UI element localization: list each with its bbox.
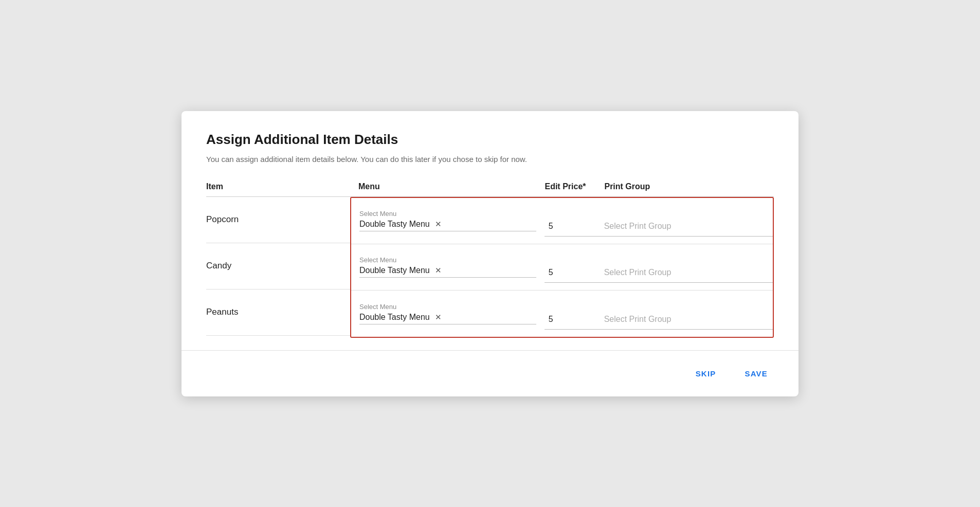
print-group-placeholder-row-1: Select Print Group	[604, 222, 672, 230]
menu-value-text-row-2: Double Tasty Menu	[359, 266, 430, 275]
item-name-peanuts: Peanuts	[206, 307, 238, 317]
assign-details-dialog: Assign Additional Item Details You can a…	[182, 111, 798, 396]
menu-cell-row-3[interactable]: Select Menu Double Tasty Menu ✕	[351, 298, 545, 330]
dialog-footer: SKIP SAVE	[182, 350, 798, 396]
edit-price-value-row-1: 5	[549, 222, 553, 230]
edit-price-value-row-2: 5	[549, 268, 553, 277]
data-rows-wrapper: Popcorn Candy Peanuts Select Menu	[206, 197, 774, 338]
dialog-title: Assign Additional Item Details	[206, 132, 774, 148]
menu-cell-row-1[interactable]: Select Menu Double Tasty Menu ✕	[351, 205, 545, 237]
table-header-row: Item Menu Edit Price* Print Group	[206, 182, 774, 197]
edit-price-cell-row-1[interactable]: 5	[545, 216, 596, 237]
col-header-print-group: Print Group	[604, 182, 650, 191]
highlighted-row-3: Select Menu Double Tasty Menu ✕ 5 Select…	[351, 291, 773, 337]
highlighted-row-1: Select Menu Double Tasty Menu ✕ 5 Select…	[351, 198, 773, 244]
header-item: Item	[206, 182, 350, 191]
col-header-edit-price: Edit Price*	[545, 182, 586, 191]
header-highlighted-cols: Menu Edit Price* Print Group	[350, 182, 774, 191]
menu-clear-icon-row-1[interactable]: ✕	[435, 220, 442, 229]
menu-value-row-3[interactable]: Double Tasty Menu ✕	[359, 313, 536, 324]
item-row-1: Popcorn	[206, 197, 350, 243]
menu-value-text-row-3: Double Tasty Menu	[359, 313, 430, 322]
menu-label-row-1: Select Menu	[359, 210, 536, 218]
edit-price-cell-row-3[interactable]: 5	[545, 310, 596, 330]
print-group-cell-row-2[interactable]: Select Print Group	[596, 263, 773, 283]
col-header-item: Item	[206, 182, 223, 191]
save-button[interactable]: SAVE	[738, 365, 774, 382]
edit-price-cell-row-2[interactable]: 5	[545, 263, 596, 283]
table-container: Item Menu Edit Price* Print Group	[206, 182, 774, 338]
edit-price-value-row-3: 5	[549, 315, 553, 323]
item-names-column: Popcorn Candy Peanuts	[206, 197, 350, 338]
print-group-cell-row-1[interactable]: Select Print Group	[596, 216, 773, 237]
print-group-cell-row-3[interactable]: Select Print Group	[596, 310, 773, 330]
skip-button[interactable]: SKIP	[689, 365, 722, 382]
header-print-group: Print Group	[596, 182, 774, 191]
header-menu: Menu	[350, 182, 545, 191]
header-edit-price: Edit Price*	[545, 182, 596, 191]
menu-value-row-1[interactable]: Double Tasty Menu ✕	[359, 220, 536, 231]
highlighted-columns: Select Menu Double Tasty Menu ✕ 5 Select…	[350, 197, 774, 338]
col-header-menu: Menu	[358, 182, 380, 191]
menu-clear-icon-row-3[interactable]: ✕	[435, 313, 442, 322]
menu-cell-row-2[interactable]: Select Menu Double Tasty Menu ✕	[351, 251, 545, 283]
highlighted-row-2: Select Menu Double Tasty Menu ✕ 5 Select…	[351, 244, 773, 291]
print-group-placeholder-row-2: Select Print Group	[604, 268, 672, 277]
item-name-candy: Candy	[206, 261, 231, 271]
item-row-2: Candy	[206, 243, 350, 289]
print-group-placeholder-row-3: Select Print Group	[604, 315, 672, 323]
menu-value-row-2[interactable]: Double Tasty Menu ✕	[359, 266, 536, 278]
item-name-popcorn: Popcorn	[206, 214, 239, 225]
menu-label-row-3: Select Menu	[359, 303, 536, 311]
dialog-subtitle: You can assign additional item details b…	[206, 155, 774, 164]
menu-label-row-2: Select Menu	[359, 256, 536, 264]
menu-clear-icon-row-2[interactable]: ✕	[435, 266, 442, 275]
menu-value-text-row-1: Double Tasty Menu	[359, 220, 430, 229]
dialog-body: Assign Additional Item Details You can a…	[182, 111, 798, 338]
item-row-3: Peanuts	[206, 289, 350, 336]
